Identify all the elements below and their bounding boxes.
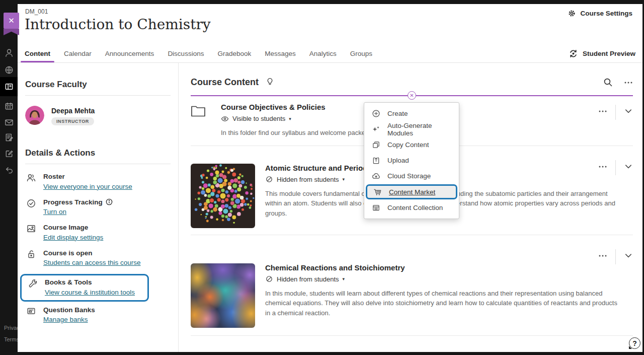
- row-options-ellipsis[interactable]: [598, 162, 607, 173]
- student-preview-label: Student Preview: [583, 50, 635, 57]
- terms-link[interactable]: Terms: [4, 336, 18, 342]
- courses-icon[interactable]: [0, 77, 18, 96]
- tab-calendar[interactable]: Calendar: [64, 44, 92, 62]
- expand-chevron-icon[interactable]: [624, 162, 633, 173]
- instructor-card[interactable]: Deepa Mehta INSTRUCTOR: [25, 106, 171, 125]
- tab-messages[interactable]: Messages: [265, 44, 296, 62]
- course-header: DM_001 Introduction to Chemistry Course …: [18, 4, 642, 44]
- messages-mail-icon[interactable]: [0, 114, 18, 131]
- gear-icon: [568, 9, 576, 18]
- menu-item-cloud-storage[interactable]: Cloud Storage: [364, 168, 459, 184]
- divider: [25, 95, 171, 96]
- roster-label: Roster: [43, 172, 132, 181]
- divider: [615, 105, 616, 120]
- instructor-name: Deepa Mehta: [51, 106, 95, 115]
- question-banks-link[interactable]: Manage banks: [43, 316, 88, 323]
- copy-icon: [372, 140, 381, 149]
- upload-icon: [372, 156, 381, 165]
- tab-announcements[interactable]: Announcements: [105, 44, 154, 62]
- help-button[interactable]: ?: [629, 337, 640, 349]
- close-icon: ✕: [8, 16, 15, 25]
- tab-groups[interactable]: Groups: [350, 44, 372, 62]
- books-tools-link[interactable]: View course & institution tools: [45, 289, 135, 296]
- menu-item-upload[interactable]: Upload: [364, 153, 459, 168]
- course-settings-button[interactable]: Course Settings: [568, 9, 632, 18]
- menu-item-content-collection[interactable]: Content Collection: [364, 200, 459, 216]
- roster-people-icon: [25, 172, 37, 191]
- content-title-link[interactable]: Course Objectives & Policies: [221, 103, 369, 111]
- calendar-icon[interactable]: [0, 98, 18, 115]
- progress-tracking-link[interactable]: Turn on: [43, 208, 66, 216]
- tab-analytics[interactable]: Analytics: [309, 44, 337, 62]
- content-title-link[interactable]: Chemical Reactions and Stoichiometry: [265, 263, 617, 272]
- course-content-heading: Course Content: [191, 77, 259, 88]
- tab-discussions[interactable]: Discussions: [168, 44, 204, 62]
- tab-content[interactable]: Content: [25, 44, 50, 62]
- lightbulb-icon[interactable]: [266, 77, 274, 88]
- content-collection-icon: [372, 203, 381, 212]
- details-actions-heading: Details & Actions: [25, 148, 171, 158]
- expand-chevron-icon[interactable]: [624, 107, 633, 118]
- sidebar-item-question-banks: Question Banks Manage banks: [25, 306, 171, 324]
- sign-out-icon[interactable]: [0, 161, 18, 178]
- course-faculty-heading: Course Faculty: [25, 80, 171, 90]
- course-tabbar: Content Calendar Announcements Discussio…: [18, 44, 642, 63]
- caret-down-icon: ▾: [343, 177, 345, 182]
- activity-compose-icon[interactable]: [0, 145, 18, 162]
- divider: [615, 249, 616, 264]
- student-preview-icon: [569, 49, 578, 58]
- content-options-ellipsis[interactable]: [624, 78, 633, 87]
- sidebar-item-course-image: Course Image Edit display settings: [25, 223, 171, 242]
- course-image-label: Course Image: [43, 223, 103, 232]
- roster-link[interactable]: View everyone in your course: [43, 183, 132, 190]
- student-preview-button[interactable]: Student Preview: [569, 44, 635, 63]
- caret-down-icon: ▾: [289, 116, 291, 121]
- row-options-ellipsis[interactable]: [598, 107, 607, 118]
- books-tools-highlight: Books & Tools View course & institution …: [20, 274, 149, 302]
- books-tools-label: Books & Tools: [45, 278, 135, 287]
- module-thumbnail: [191, 263, 255, 328]
- shopping-cart-icon: [373, 188, 382, 196]
- menu-item-auto-generate-modules[interactable]: Auto-Generate Modules: [364, 121, 459, 137]
- plus-circle-icon: [372, 109, 381, 118]
- tab-gradebook[interactable]: Gradebook: [217, 44, 251, 62]
- course-image-link[interactable]: Edit display settings: [43, 234, 103, 241]
- course-open-link[interactable]: Students can access this course: [43, 259, 141, 266]
- check-circle-icon: [25, 198, 37, 217]
- sidebar-item-progress-tracking: Progress Tracking Turn on: [25, 198, 171, 217]
- eye-icon: [221, 115, 229, 122]
- app-window: Privacy Terms ✕ DM_001 Introduction to C…: [0, 0, 644, 355]
- sidebar-item-books-tools: Books & Tools View course & institution …: [27, 278, 144, 297]
- details-actions-list: Roster View everyone in your course Prog…: [25, 172, 171, 324]
- sparkles-icon: [372, 125, 381, 133]
- menu-item-copy-content[interactable]: Copy Content: [364, 137, 459, 153]
- course-sidebar: Course Faculty Deepa Mehta INSTRUCTOR De…: [18, 63, 179, 352]
- page-title: Introduction to Chemistry: [25, 16, 211, 33]
- avatar: [25, 106, 44, 125]
- course-id: DM_001: [25, 8, 48, 15]
- info-icon: [106, 198, 113, 205]
- content-description: In this folder find our syllabus and wel…: [221, 128, 369, 138]
- close-course-button[interactable]: ✕: [4, 13, 19, 29]
- content-row-module[interactable]: Chemical Reactions and Stoichiometry Hid…: [191, 235, 633, 336]
- content-description: In this module, students will learn abou…: [265, 289, 617, 318]
- expand-chevron-icon[interactable]: [624, 251, 633, 262]
- row-options-ellipsis[interactable]: [598, 251, 607, 262]
- search-icon[interactable]: [603, 78, 613, 87]
- visibility-selector[interactable]: Hidden from students ▾: [265, 275, 617, 283]
- visibility-selector[interactable]: Visible to students ▾: [221, 115, 369, 122]
- question-banks-icon: [25, 306, 37, 324]
- grades-icon[interactable]: [0, 129, 18, 146]
- wrench-icon: [27, 278, 39, 297]
- unlock-icon: [25, 249, 37, 267]
- privacy-link[interactable]: Privacy: [4, 325, 18, 331]
- profile-icon[interactable]: [0, 44, 18, 61]
- module-thumbnail: [191, 164, 255, 228]
- divider: [25, 164, 171, 164]
- image-icon: [25, 223, 37, 242]
- institution-globe-icon[interactable]: [0, 61, 18, 79]
- menu-item-create[interactable]: Create: [364, 106, 459, 121]
- instructor-role-badge: INSTRUCTOR: [51, 117, 94, 125]
- visibility-label: Hidden from students: [277, 176, 339, 183]
- menu-item-content-market[interactable]: Content Market: [366, 184, 457, 199]
